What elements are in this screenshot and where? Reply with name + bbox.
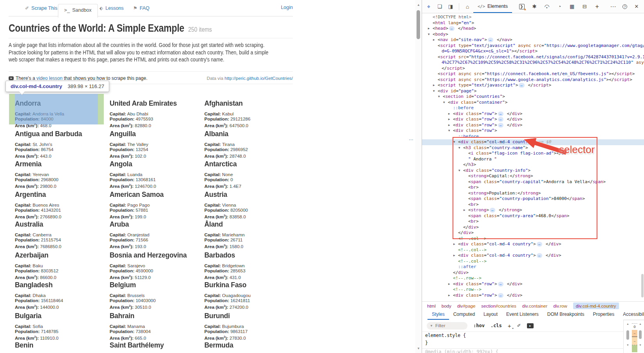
tab-event-listeners[interactable]: Event Listeners <box>502 310 543 320</box>
scrollbar-thumb[interactable] <box>417 10 420 39</box>
collapse-arrow-icon[interactable]: ▼ <box>433 88 435 94</box>
expand-arrow-icon[interactable]: ▶ <box>448 293 450 299</box>
dom-tree-line[interactable]: ▼<h3 class="country-name"> <box>422 145 644 151</box>
expand-arrow-icon[interactable]: ▶ <box>433 37 435 43</box>
dom-tree-line[interactable]: <span class="country-capital">Andorra la… <box>422 179 644 185</box>
page-scrollbar[interactable]: ▲ ▼ <box>415 0 422 353</box>
dom-tree-line[interactable]: </div> <box>422 225 644 231</box>
tab-properties[interactable]: Properties <box>589 310 619 320</box>
breadcrumb-section#countries[interactable]: section#countries <box>481 304 516 308</box>
close-icon[interactable] <box>633 3 640 10</box>
expand-arrow-icon[interactable]: ▶ <box>428 26 430 32</box>
styles-filter-input[interactable]: ▼ Filter <box>427 322 467 330</box>
brush-icon[interactable]: ✐ <box>517 323 521 328</box>
expand-arrow-icon[interactable]: ▶ <box>448 281 450 287</box>
dom-tree-line[interactable]: ::before <box>422 134 644 140</box>
dom-tree-line[interactable]: ▶<div class="row">… </div> <box>422 122 644 128</box>
expand-arrow-icon[interactable]: ▶ <box>433 83 435 88</box>
inline-expand-ellipsis[interactable]: … <box>498 117 503 122</box>
inline-expand-ellipsis[interactable]: … <box>490 208 495 213</box>
collapse-arrow-icon[interactable]: ▼ <box>453 139 455 145</box>
expand-arrow-icon[interactable]: ▶ <box>453 241 455 247</box>
dom-tree-line[interactable]: ▼<div class="row"> <box>422 128 644 134</box>
home-icon[interactable] <box>464 3 471 10</box>
expand-arrow-icon[interactable]: ▶ <box>453 253 455 259</box>
tab-computed[interactable]: Computed <box>449 310 479 320</box>
collapse-arrow-icon[interactable]: ▼ <box>458 145 460 151</box>
sidebar-scrollbar[interactable]: ▲ ▼ <box>638 322 643 353</box>
inline-expand-ellipsis[interactable]: … <box>519 83 524 88</box>
dom-tree-line[interactable]: <strong>Population:</strong> <box>422 191 644 196</box>
scrollbar-thumb[interactable] <box>639 330 642 339</box>
dom-tree-line[interactable]: <script type="text/javascript" async src… <box>422 43 644 49</box>
new-style-rule-button[interactable]: + <box>508 322 511 329</box>
dock-side-icon[interactable] <box>447 3 454 10</box>
scroll-down-arrow-icon[interactable]: ▼ <box>625 344 630 346</box>
tab-layout[interactable]: Layout <box>479 310 502 320</box>
memory-icon[interactable] <box>568 3 575 10</box>
computed-sidebar-toggle-icon[interactable]: ▸ <box>527 323 534 328</box>
dom-tree-line[interactable]: <!--.col--> <box>422 247 644 253</box>
collapse-arrow-icon[interactable]: ▼ <box>458 168 460 174</box>
inline-expand-ellipsis[interactable]: … <box>498 293 503 298</box>
dom-tree-line[interactable]: ▼<body> <box>422 32 644 38</box>
nav-item-faq[interactable]: FAQ <box>133 5 150 11</box>
dom-tree-line[interactable]: <!--.col--> <box>422 236 644 242</box>
breadcrumb-div#page[interactable]: div#page <box>457 304 476 308</box>
more-icon[interactable] <box>610 3 617 10</box>
scroll-up-arrow-icon[interactable]: ▲ <box>415 3 422 7</box>
dom-tree[interactable]: <!DOCTYPE html><html lang="en">▶<head>… … <box>422 13 644 301</box>
dom-tree-line[interactable]: ▶<div class="row">… </div> <box>422 117 644 122</box>
inline-expand-ellipsis[interactable]: … <box>498 123 503 128</box>
dom-tree-line[interactable]: <!DOCTYPE html> <box>422 14 644 20</box>
scroll-up-arrow-icon[interactable]: ▲ <box>638 322 643 325</box>
nav-item-lessons[interactable]: Lessons <box>99 5 124 11</box>
dom-tree-line[interactable]: <script async src="https://www.google-an… <box>422 77 644 83</box>
expand-arrow-icon[interactable]: ▶ <box>464 207 465 213</box>
dom-tree-line[interactable]: <script async src="https://connect.faceb… <box>422 71 644 77</box>
help-icon[interactable] <box>621 3 628 10</box>
dom-tree-line[interactable]: <span class="country-area">468.0</span> <box>422 213 644 219</box>
dom-tree-line[interactable]: <script src="https://connect.facebook.ne… <box>422 54 644 60</box>
add-icon[interactable] <box>593 3 601 10</box>
dom-tree-line[interactable]: " Andorra " <box>422 157 644 162</box>
inline-expand-ellipsis[interactable]: … <box>537 253 542 258</box>
dom-tree-line[interactable]: <!--.col--> <box>422 259 644 265</box>
dom-tree-line[interactable]: <strong>Capital:</strong> <box>422 173 644 179</box>
inline-expand-ellipsis[interactable]: … <box>488 38 493 42</box>
dom-tree-line[interactable]: </div> <box>422 230 644 236</box>
console-icon[interactable] <box>518 3 525 10</box>
inline-expand-ellipsis[interactable]: … <box>498 112 503 116</box>
scroll-up-arrow-icon[interactable]: ▲ <box>625 322 630 325</box>
dom-tree-line[interactable]: ▶<strong>… </strong> <box>422 207 644 213</box>
scrollbar-thumb[interactable] <box>626 330 629 340</box>
toggle-hover-state-button[interactable]: :hov <box>473 323 485 328</box>
performance-icon[interactable] <box>556 3 563 10</box>
dom-tree-line[interactable]: ::after <box>422 264 644 270</box>
dom-tree-line[interactable]: ▼<div id="page"> <box>422 88 644 94</box>
dom-tree-line[interactable]: <br> <box>422 185 644 191</box>
dom-tree-line[interactable]: ▶<script type="text/javascript">… </scri… <box>422 83 644 88</box>
collapse-arrow-icon[interactable]: ▼ <box>438 94 440 100</box>
tab-styles[interactable]: Styles <box>428 310 449 320</box>
nav-item-sandbox[interactable]: >_Sandbox <box>58 4 98 18</box>
dom-tree-line[interactable]: </div> <box>422 270 644 276</box>
device-toolbar-icon[interactable] <box>436 3 443 10</box>
dom-tree-line[interactable]: ▼<section id="countries"> <box>422 94 644 100</box>
login-link[interactable]: Login <box>281 5 293 10</box>
tab-accessibility[interactable]: Accessibility <box>619 310 644 320</box>
dom-tree-line[interactable]: 4%2C77%2C67%2C109%2C59%2C58%2C31%2C96%2C… <box>422 60 644 66</box>
dom-tree-line-selected[interactable]: ▼<div class="col-md-4 country"> == $0 <box>422 139 644 145</box>
breadcrumb-body[interactable]: body <box>442 304 451 308</box>
inline-expand-ellipsis[interactable]: … <box>537 242 542 247</box>
collapse-arrow-icon[interactable]: ▼ <box>448 128 450 134</box>
breadcrumb-div.col-md-4.country[interactable]: div.col-md-4.country <box>573 303 619 309</box>
scroll-down-arrow-icon[interactable]: ▼ <box>638 344 643 346</box>
tab-elements[interactable]: </>Elements <box>473 0 512 13</box>
breadcrumb-div.row[interactable]: div.row <box>553 304 567 308</box>
dom-tree-line[interactable]: ▼<div class="container"> <box>422 100 644 106</box>
network-icon[interactable] <box>543 3 550 10</box>
dom-tree-line[interactable]: d=G-09N5RQCFG4&cx=c&_slc=1"></script> <box>422 49 644 54</box>
styles-scrollbar[interactable]: ▲ ▼ <box>625 322 630 353</box>
inline-expand-ellipsis[interactable]: … <box>498 282 503 286</box>
